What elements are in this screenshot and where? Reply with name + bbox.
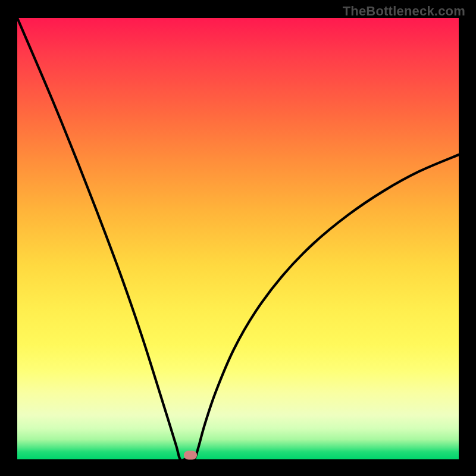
bottleneck-curve	[17, 18, 459, 461]
watermark-text: TheBottleneck.com	[343, 4, 465, 19]
curve-svg	[17, 18, 459, 459]
optimum-marker-icon	[184, 450, 197, 459]
plot-area	[17, 18, 459, 459]
chart-frame: TheBottleneck.com	[0, 0, 476, 476]
